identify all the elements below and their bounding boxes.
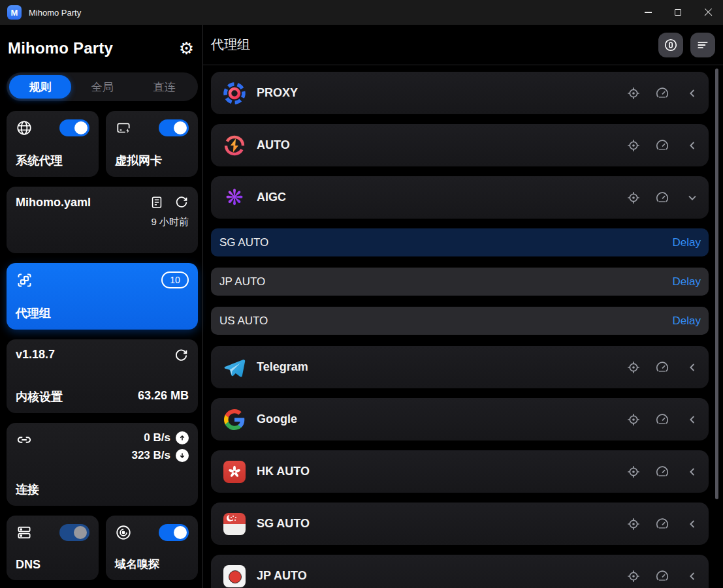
speedtest-icon[interactable]: [655, 86, 669, 101]
connections-card[interactable]: 0 B/s 323 B/s 连接: [7, 423, 198, 506]
sidebar-title: Mihomo Party: [8, 39, 113, 57]
chevron-left-icon[interactable]: [686, 414, 698, 426]
proxy-group-row[interactable]: PROXY: [211, 72, 709, 114]
minimize-icon: [645, 12, 652, 13]
core-restart-icon[interactable]: [174, 348, 189, 363]
locate-icon[interactable]: [626, 191, 641, 205]
group-name: JP AUTO: [257, 569, 307, 583]
proxy-member-row-selected[interactable]: SG AUTO Delay: [211, 228, 709, 256]
tun-toggle[interactable]: [159, 119, 189, 136]
chevron-left-icon[interactable]: [686, 518, 698, 530]
proxy-group-row[interactable]: JP AUTO: [211, 555, 709, 588]
group-name: AIGC: [257, 191, 286, 204]
profile-document-icon[interactable]: [150, 195, 164, 209]
tab-direct[interactable]: 直连: [133, 75, 195, 99]
locate-icon[interactable]: [626, 517, 641, 531]
app-logo-icon: M: [7, 5, 22, 20]
proxy-member-name: JP AUTO: [219, 275, 265, 288]
speedtest-icon[interactable]: [655, 569, 669, 583]
upload-speed: 0 B/s: [144, 431, 170, 444]
sniff-toggle[interactable]: [159, 524, 189, 541]
group-name: Google: [257, 412, 297, 426]
tab-rule[interactable]: 规则: [9, 75, 71, 99]
proxy-member-name: SG AUTO: [219, 236, 268, 249]
main-panel: 代理组: [202, 25, 723, 588]
chevron-left-icon[interactable]: [686, 466, 698, 478]
proxy-groups-label: 代理组: [16, 305, 189, 321]
speedtest-icon[interactable]: [655, 360, 669, 375]
page-title: 代理组: [211, 36, 250, 54]
sidebar: Mihomo Party ⚙ 规则 全局 直连 系统代理: [0, 25, 202, 588]
proxy-group-list: PROXY AUTO: [203, 65, 723, 588]
speedtest-icon[interactable]: [655, 138, 669, 153]
speedtest-icon[interactable]: [655, 465, 669, 479]
upload-arrow-icon: [176, 431, 189, 444]
scrollbar-thumb[interactable]: [715, 69, 718, 499]
tun-label: 虚拟网卡: [115, 153, 189, 168]
delay-zero-button[interactable]: [658, 33, 683, 57]
speedtest-icon[interactable]: [655, 191, 669, 205]
proxy-group-row[interactable]: Telegram: [211, 346, 709, 388]
locate-icon[interactable]: [626, 360, 641, 375]
sidebar-item-proxy-groups[interactable]: 10 代理组: [7, 263, 198, 330]
proxy-group-row[interactable]: AUTO: [211, 124, 709, 166]
sniff-card[interactable]: 域名嗅探: [106, 516, 198, 580]
tab-global[interactable]: 全局: [71, 75, 133, 99]
proxy-group-row[interactable]: Google: [211, 398, 709, 441]
locate-icon[interactable]: [626, 569, 641, 583]
profile-card[interactable]: Mihomo.yaml 9 小时前: [7, 187, 198, 253]
speedtest-icon[interactable]: [655, 412, 669, 427]
link-icon: [16, 431, 33, 448]
group-name: AUTO: [257, 138, 290, 152]
delay-test-link[interactable]: Delay: [673, 315, 701, 328]
proxy-group-row[interactable]: HK AUTO: [211, 450, 709, 493]
delay-test-link[interactable]: Delay: [673, 236, 701, 249]
dns-toggle[interactable]: [59, 524, 89, 541]
system-proxy-card[interactable]: 系统代理: [7, 111, 99, 177]
jp-flag-icon: [223, 565, 246, 588]
chevron-left-icon[interactable]: [686, 362, 698, 373]
profile-updated-time: 9 小时前: [16, 216, 189, 228]
profile-refresh-icon[interactable]: [174, 195, 189, 209]
tun-adapter-icon: [115, 119, 132, 136]
proxy-member-name: US AUTO: [219, 315, 268, 328]
locate-icon[interactable]: [626, 465, 641, 479]
proxy-member-row[interactable]: JP AUTO Delay: [211, 268, 709, 296]
locate-icon[interactable]: [626, 86, 641, 101]
close-button[interactable]: [693, 0, 723, 25]
outbound-mode-tabs: 规则 全局 直连: [7, 72, 198, 101]
chevron-left-icon[interactable]: [686, 570, 698, 582]
core-version: v1.18.7: [16, 348, 55, 362]
group-name: HK AUTO: [257, 465, 310, 478]
sniff-radar-icon: [115, 524, 132, 541]
dns-card[interactable]: DNS: [7, 516, 99, 580]
lightning-ring-icon: [223, 134, 246, 157]
settings-gear-icon[interactable]: ⚙: [179, 40, 194, 57]
system-proxy-label: 系统代理: [16, 153, 89, 168]
close-icon: [704, 8, 713, 17]
proxy-member-row[interactable]: US AUTO Delay: [211, 307, 709, 335]
chevron-left-icon[interactable]: [686, 87, 698, 99]
core-settings-card[interactable]: v1.18.7 内核设置 63.26 MB: [7, 339, 198, 413]
delay-test-link[interactable]: Delay: [673, 275, 701, 288]
speedtest-icon[interactable]: [655, 517, 669, 531]
minimize-button[interactable]: [633, 0, 663, 25]
core-memory-usage: 63.26 MB: [138, 389, 189, 405]
chevron-down-icon[interactable]: [686, 192, 698, 204]
proxy-groups-icon: [16, 271, 33, 289]
profile-name: Mihomo.yaml: [16, 196, 91, 209]
system-proxy-toggle[interactable]: [59, 119, 89, 136]
sort-button[interactable]: [690, 33, 715, 57]
sg-flag-icon: [223, 512, 246, 536]
proxy-group-row[interactable]: SG AUTO: [211, 503, 709, 545]
telegram-icon: [223, 356, 246, 379]
chevron-left-icon[interactable]: [686, 140, 698, 151]
proxy-group-row-expanded[interactable]: ❋ AIGC: [211, 176, 709, 219]
maximize-button[interactable]: [663, 0, 693, 25]
group-name: PROXY: [257, 86, 298, 100]
tun-card[interactable]: 虚拟网卡: [106, 111, 198, 177]
locate-icon[interactable]: [626, 138, 641, 153]
google-icon: [223, 408, 246, 431]
dns-label: DNS: [16, 558, 89, 572]
locate-icon[interactable]: [626, 412, 641, 427]
